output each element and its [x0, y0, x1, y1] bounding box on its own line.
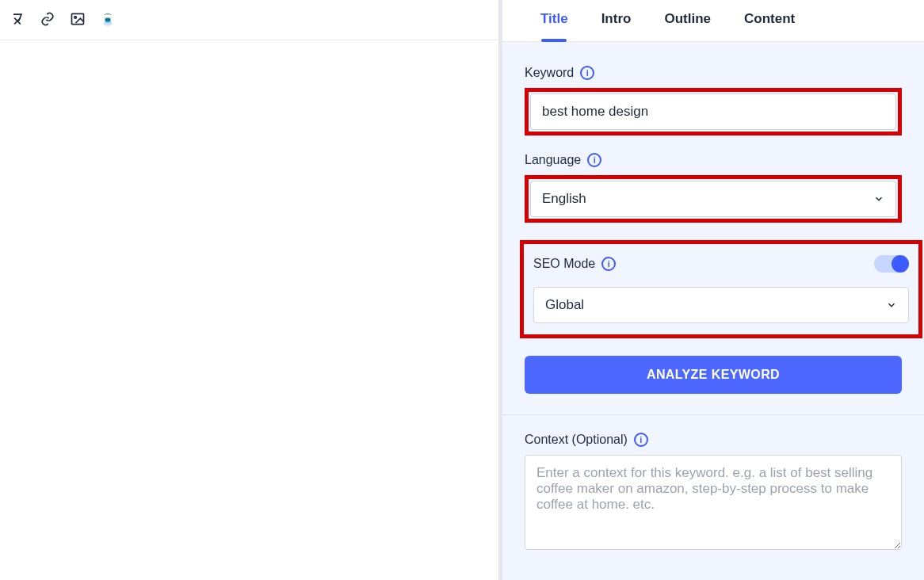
keyword-input[interactable]: [530, 93, 896, 130]
svg-point-7: [107, 13, 109, 15]
language-highlight-box: English: [525, 175, 902, 223]
form-area: Keyword i Language i English SEO Mode i: [502, 42, 924, 553]
tab-intro[interactable]: Intro: [601, 11, 632, 41]
seo-header: SEO Mode i: [533, 255, 909, 273]
seo-scope-select[interactable]: Global: [533, 287, 909, 323]
editor-panel: [0, 0, 499, 580]
chevron-down-icon: [873, 193, 884, 204]
robot-icon[interactable]: [100, 11, 116, 27]
clear-format-icon[interactable]: [10, 11, 25, 27]
language-value: English: [542, 191, 586, 207]
seo-highlight-box: SEO Mode i Global: [520, 240, 922, 338]
seo-label-row: SEO Mode i: [533, 257, 616, 271]
context-textarea[interactable]: [525, 455, 902, 550]
language-label-row: Language i: [525, 153, 902, 167]
seo-scope-value: Global: [545, 297, 584, 313]
seo-mode-toggle[interactable]: [874, 255, 909, 273]
keyword-label-row: Keyword i: [525, 66, 902, 80]
svg-point-1: [74, 17, 77, 19]
language-label: Language: [525, 153, 581, 167]
chevron-down-icon: [886, 300, 897, 311]
info-icon[interactable]: i: [601, 257, 616, 271]
seo-mode-label: SEO Mode: [533, 257, 595, 271]
context-label: Context (Optional): [525, 433, 628, 447]
link-icon[interactable]: [40, 11, 55, 27]
tab-title[interactable]: Title: [540, 11, 568, 41]
section-divider: [502, 414, 924, 415]
svg-point-6: [108, 19, 109, 20]
image-icon[interactable]: [70, 11, 86, 27]
settings-panel: Title Intro Outline Content Keyword i La…: [499, 0, 924, 580]
context-label-row: Context (Optional) i: [525, 433, 902, 447]
tab-bar: Title Intro Outline Content: [502, 0, 924, 42]
tab-outline[interactable]: Outline: [664, 11, 711, 41]
tab-content[interactable]: Content: [744, 11, 795, 41]
info-icon[interactable]: i: [634, 433, 648, 447]
info-icon[interactable]: i: [587, 153, 601, 167]
language-select[interactable]: English: [530, 181, 896, 217]
keyword-label: Keyword: [525, 66, 574, 80]
svg-point-5: [106, 19, 107, 20]
info-icon[interactable]: i: [580, 66, 594, 80]
analyze-keyword-button[interactable]: ANALYZE KEYWORD: [525, 356, 902, 394]
keyword-highlight-box: [525, 88, 902, 135]
svg-rect-4: [106, 18, 110, 21]
editor-toolbar: [0, 0, 498, 40]
toggle-knob: [892, 255, 909, 273]
